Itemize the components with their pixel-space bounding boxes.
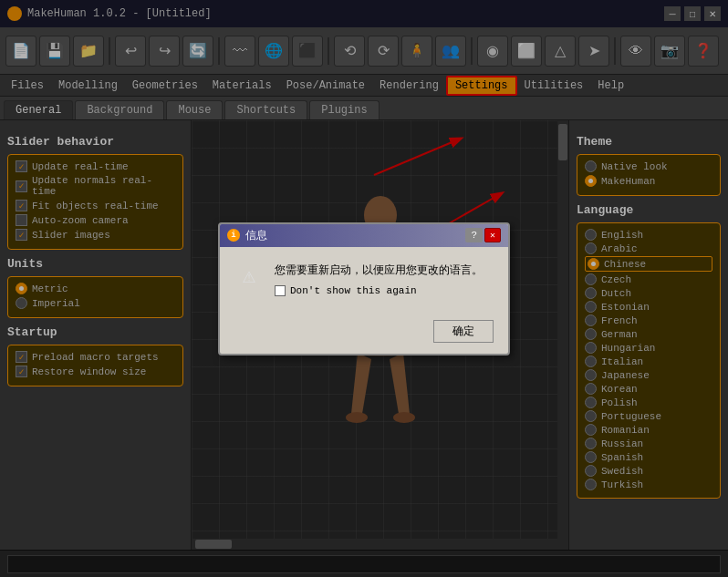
dialog-dont-show-label: Don't show this again (290, 285, 417, 296)
dialog-question[interactable]: ? (465, 228, 483, 242)
dialog-close-button[interactable]: ✕ (484, 228, 501, 242)
dialog-title-text: 信息 (245, 228, 267, 243)
dialog-ok-button[interactable]: 确定 (433, 320, 494, 343)
dialog-controls[interactable]: ? ✕ (465, 228, 501, 242)
dialog-body: ⚠️ 您需要重新启动，以便应用您更改的语言。 Don't show this a… (220, 247, 508, 320)
dialog-overlay: i 信息 ? ✕ ⚠️ 您需要重新启动，以便应用您更改的语言。 Don't sh… (0, 0, 728, 577)
dialog-info-icon: i (227, 229, 240, 242)
warning-icon: ⚠️ (234, 262, 264, 291)
dialog-title-left: i 信息 (227, 228, 267, 243)
dialog-dont-show-checkbox[interactable] (275, 285, 286, 296)
dialog: i 信息 ? ✕ ⚠️ 您需要重新启动，以便应用您更改的语言。 Don't sh… (218, 222, 510, 355)
dialog-checkbox-row[interactable]: Don't show this again (275, 285, 494, 296)
dialog-content: 您需要重新启动，以便应用您更改的语言。 Don't show this agai… (275, 262, 494, 305)
dialog-titlebar: i 信息 ? ✕ (220, 224, 508, 247)
dialog-message: 您需要重新启动，以便应用您更改的语言。 (275, 262, 494, 278)
dialog-footer: 确定 (220, 320, 508, 354)
